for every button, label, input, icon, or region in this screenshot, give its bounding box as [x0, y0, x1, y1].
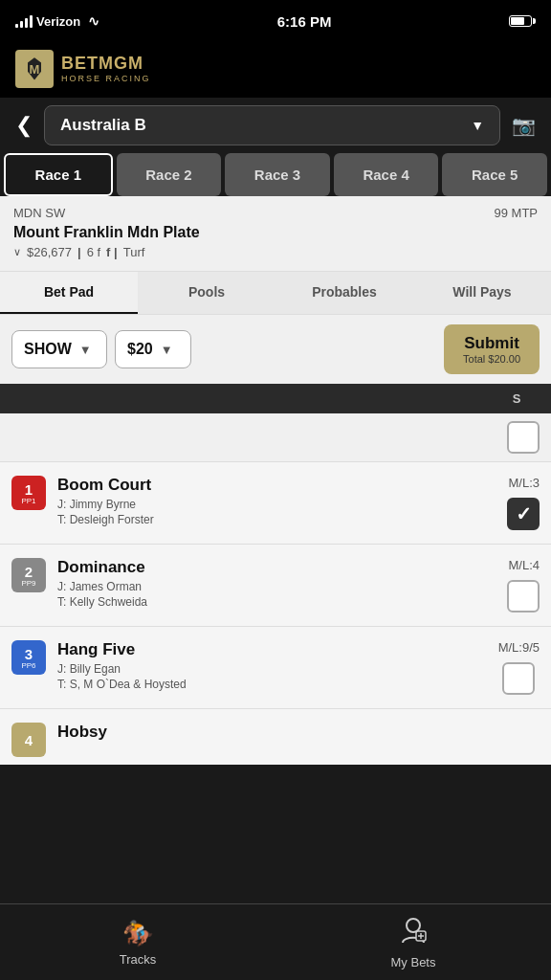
- horse-info-2: Dominance J: James Orman T: Kelly Schwei…: [57, 558, 496, 609]
- race-name: Mount Franklin Mdn Plate: [13, 224, 538, 241]
- horse-row: 3 PP6 Hang Five J: Billy Egan T: S, M O`…: [0, 627, 551, 709]
- horse-info-1: Boom Court J: Jimmy Byrne T: Desleigh Fo…: [57, 476, 496, 526]
- my-bets-label: My Bets: [391, 955, 436, 969]
- region-selector[interactable]: Australia B ▼: [44, 105, 500, 145]
- nav-tracks[interactable]: 🏇 Tracks: [0, 904, 276, 980]
- race-distance: 6 f: [87, 245, 100, 259]
- status-right: [509, 15, 536, 27]
- tab-bet-pad[interactable]: Bet Pad: [0, 272, 138, 314]
- horse-trainer-1: T: Desleigh Forster: [57, 513, 496, 526]
- app-header: M BETMGM HORSE RACING: [0, 42, 551, 98]
- my-bets-icon: [399, 916, 428, 951]
- bet-type-chevron-icon: ▼: [79, 343, 92, 357]
- chevron-down-icon: ▼: [471, 118, 484, 133]
- back-icon: ❮: [15, 113, 33, 138]
- signal-icon: [15, 14, 33, 28]
- horse-odds-3: M/L:9/5: [498, 640, 540, 655]
- horse-name-3: Hang Five: [57, 640, 487, 659]
- empty-checkbox[interactable]: [507, 421, 540, 454]
- wifi-icon: ∿: [88, 13, 99, 29]
- bet-amount-selector[interactable]: $20 ▼: [115, 330, 191, 368]
- horse-checkbox-2[interactable]: [507, 580, 540, 612]
- horse-odds-2: M/L:4: [508, 558, 540, 572]
- horse-number-3: 3 PP6: [11, 640, 46, 675]
- horse-right-1: M/L:3 ✓: [507, 476, 540, 530]
- horse-number-4: 4: [11, 723, 46, 757]
- bet-type-selector[interactable]: SHOW ▼: [11, 330, 107, 368]
- bet-controls: SHOW ▼ $20 ▼ Submit Total $20.00: [0, 314, 551, 384]
- horse-checkbox-1[interactable]: ✓: [507, 498, 540, 530]
- submit-button[interactable]: Submit Total $20.00: [444, 324, 540, 374]
- brand-subtitle: HORSE RACING: [61, 74, 151, 83]
- race-tab-1[interactable]: Race 1: [4, 153, 113, 196]
- horse-right-3: M/L:9/5: [498, 640, 540, 695]
- video-icon[interactable]: 📷: [508, 110, 540, 141]
- status-bar: Verizon ∿ 6:16 PM: [0, 0, 551, 42]
- horse-name-1: Boom Court: [57, 476, 496, 495]
- horse-jockey-1: J: Jimmy Byrne: [57, 498, 496, 511]
- submit-total: Total $20.00: [463, 353, 520, 365]
- logo: M BETMGM HORSE RACING: [15, 50, 151, 88]
- show-column-header: S: [494, 391, 540, 406]
- expand-icon[interactable]: ∨: [13, 246, 21, 258]
- region-label: Australia B: [60, 116, 146, 135]
- horse-right-2: M/L:4: [507, 558, 540, 612]
- horse-number-2: 2 PP9: [11, 558, 46, 592]
- horse-info-3: Hang Five J: Billy Egan T: S, M O`Dea & …: [57, 640, 487, 691]
- bet-amount-chevron-icon: ▼: [161, 343, 173, 357]
- horse-trainer-3: T: S, M O`Dea & Hoysted: [57, 678, 487, 691]
- race-tab-3[interactable]: Race 3: [225, 153, 330, 196]
- nav-my-bets[interactable]: My Bets: [276, 904, 551, 980]
- checkmark-icon: ✓: [516, 502, 532, 525]
- race-tab-2[interactable]: Race 2: [117, 153, 222, 196]
- clock: 6:16 PM: [277, 13, 332, 30]
- tab-will-pays[interactable]: Will Pays: [413, 272, 551, 314]
- horse-trainer-2: T: Kelly Schweida: [57, 595, 496, 609]
- race-tab-4[interactable]: Race 4: [334, 153, 439, 196]
- column-headers: S: [0, 384, 551, 413]
- status-left: Verizon ∿: [15, 13, 99, 29]
- divider2: f |: [106, 245, 118, 259]
- horse-info-4: Hobsy: [57, 723, 540, 745]
- horse-name-4: Hobsy: [57, 723, 540, 742]
- tracks-label: Tracks: [120, 952, 157, 967]
- svg-point-2: [407, 919, 420, 932]
- race-tab-5[interactable]: Race 5: [442, 153, 547, 196]
- battery-icon: [509, 15, 536, 27]
- race-mtp: 99 MTP: [494, 206, 538, 220]
- tracks-icon: 🏇: [122, 919, 153, 948]
- horse-checkbox-3[interactable]: [502, 662, 535, 695]
- divider: |: [77, 245, 81, 259]
- bet-amount-value: $20: [127, 341, 153, 358]
- horse-jockey-2: J: James Orman: [57, 580, 496, 593]
- race-details: ∨ $26,677 | 6 f f | Turf: [13, 245, 538, 267]
- submit-label: Submit: [463, 334, 520, 353]
- svg-text:M: M: [30, 62, 40, 77]
- horse-number-1: 1 PP1: [11, 476, 46, 510]
- horse-row: 2 PP9 Dominance J: James Orman T: Kelly …: [0, 545, 551, 627]
- race-meta: MDN SW 99 MTP: [13, 206, 538, 220]
- horse-row: 1 PP1 Boom Court J: Jimmy Byrne T: Desle…: [0, 462, 551, 545]
- logo-text: BETMGM HORSE RACING: [61, 55, 151, 83]
- logo-icon: M: [15, 50, 54, 88]
- horse-odds-1: M/L:3: [508, 476, 540, 490]
- horse-list: 1 PP1 Boom Court J: Jimmy Byrne T: Desle…: [0, 413, 551, 765]
- bet-type-value: SHOW: [24, 341, 72, 358]
- nav-bar: ❮ Australia B ▼ 📷: [0, 98, 551, 153]
- back-button[interactable]: ❮: [11, 109, 36, 142]
- race-tabs: Race 1 Race 2 Race 3 Race 4 Race 5: [0, 153, 551, 196]
- race-type: MDN SW: [13, 206, 65, 220]
- bet-tabs: Bet Pad Pools Probables Will Pays: [0, 271, 551, 314]
- tab-pools[interactable]: Pools: [138, 272, 276, 314]
- race-purse: $26,677: [27, 245, 72, 259]
- tab-probables[interactable]: Probables: [276, 272, 413, 314]
- race-surface: Turf: [123, 245, 145, 259]
- horse-jockey-3: J: Billy Egan: [57, 662, 487, 676]
- horse-name-2: Dominance: [57, 558, 496, 577]
- bottom-nav: 🏇 Tracks My Bets: [0, 903, 551, 980]
- race-info: MDN SW 99 MTP Mount Franklin Mdn Plate ∨…: [0, 196, 551, 271]
- empty-selector-row: [0, 413, 551, 462]
- carrier-label: Verizon: [36, 14, 80, 29]
- horse-row-partial: 4 Hobsy: [0, 709, 551, 765]
- brand-name: BETMGM: [61, 55, 151, 72]
